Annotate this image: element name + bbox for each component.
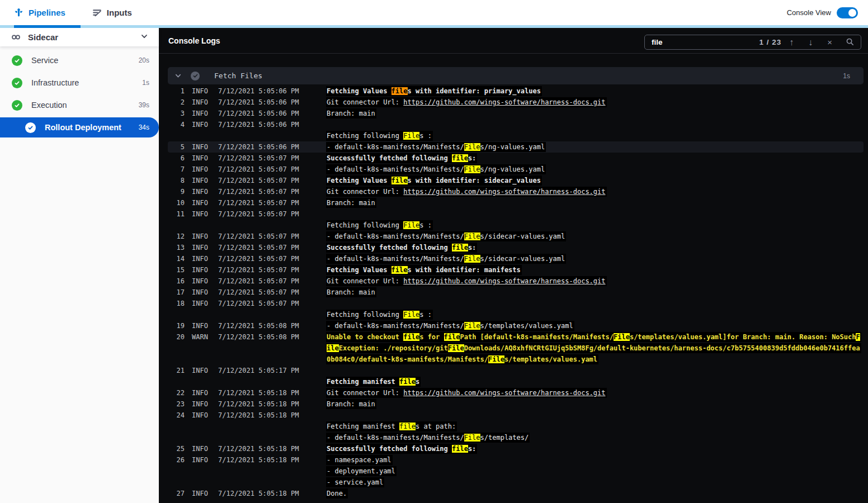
log-message: - default-k8s-manifests/Manifests/Files/… [326, 232, 566, 240]
next-match-icon[interactable]: ↓ [808, 38, 813, 47]
log-lines: 1INFO7/12/2021 5:05:06 PMFetching Values… [168, 86, 864, 499]
log-row: 22INFO7/12/2021 5:05:18 PMGit connector … [168, 387, 864, 398]
log-timestamp: 7/12/2021 5:05:08 PM [218, 322, 302, 330]
log-line-number: 8 [168, 177, 185, 184]
log-message: Successfully fetched following files: [326, 445, 477, 453]
log-row: 24INFO7/12/2021 5:05:18 PM [168, 410, 864, 421]
clear-search-icon[interactable]: × [827, 38, 832, 46]
sidebar-item-execution[interactable]: Execution39s [0, 94, 159, 116]
search-match-highlight: File [403, 311, 419, 319]
chevron-down-icon[interactable] [140, 32, 149, 43]
log-message: ileException: ./repository/gitFileDownlo… [326, 344, 861, 352]
log-message: Branch: main [326, 199, 376, 207]
log-text: Exception: ./repository/git [339, 344, 448, 352]
section-success-icon [191, 72, 200, 80]
log-text: s: [468, 154, 476, 162]
tab-pipelines[interactable]: Pipelines [14, 8, 65, 17]
search-match-highlight: File [403, 221, 419, 229]
success-check-icon [12, 100, 22, 111]
tab-inputs[interactable]: Inputs [92, 8, 132, 17]
log-line-number: 16 [168, 277, 185, 285]
log-text: s: [468, 244, 476, 252]
log-text: s/sidecar-values.yaml [480, 255, 565, 263]
log-message: Git connector Url: https://github.com/wi… [326, 98, 607, 106]
log-message: - namespace.yaml [326, 456, 393, 464]
log-message: - service.yaml [326, 478, 384, 486]
search-input[interactable] [652, 38, 759, 46]
log-message: Fetching Values files with identifier: s… [326, 177, 542, 184]
log-timestamp: 7/12/2021 5:05:07 PM [218, 210, 302, 218]
log-row: 4INFO7/12/2021 5:05:06 PM [168, 119, 864, 130]
log-text: Fetching following [327, 311, 403, 319]
log-row: 19INFO7/12/2021 5:05:08 PM- default-k8s-… [168, 320, 864, 331]
log-row: 5INFO7/12/2021 5:05:06 PM- default-k8s-m… [168, 141, 864, 153]
success-check-icon [12, 55, 22, 66]
log-link[interactable]: https://github.com/wings-software/harnes… [403, 277, 605, 285]
log-text: s for [419, 333, 444, 341]
log-text: Branch: main [327, 400, 375, 408]
step-label: Infrastructure [31, 78, 142, 87]
sidebar-item-rollout-deployment[interactable]: Rollout Deployment34s [0, 117, 159, 137]
log-timestamp: 7/12/2021 5:05:07 PM [218, 244, 302, 252]
log-message: - default-k8s-manifests/Manifests/Files/… [326, 255, 566, 263]
previous-match-icon[interactable]: ↑ [789, 38, 794, 47]
log-row: ileException: ./repository/gitFileDownlo… [168, 343, 864, 354]
search-icon[interactable] [846, 37, 854, 48]
log-line-number: 12 [168, 232, 185, 240]
log-level: INFO [192, 143, 212, 151]
log-message: Fetching Values files with identifier: m… [326, 266, 522, 274]
log-line-number: 23 [168, 400, 185, 408]
log-timestamp: 7/12/2021 5:05:18 PM [218, 490, 302, 497]
log-row: 9INFO7/12/2021 5:05:07 PMGit connector U… [168, 186, 864, 197]
section-duration: 1s [843, 72, 850, 80]
log-text: s/templates/values.yaml [504, 355, 597, 363]
log-row: - default-k8s-manifests/Manifests/Files/… [168, 432, 864, 443]
step-duration: 20s [139, 56, 149, 64]
search-match-highlight: file [452, 445, 468, 453]
stage-header[interactable]: Sidecar [0, 28, 159, 46]
log-link[interactable]: https://github.com/wings-software/harnes… [403, 98, 605, 106]
log-message: - default-k8s-manifests/Manifests/Files/… [326, 165, 546, 173]
log-row: 12INFO7/12/2021 5:05:07 PM- default-k8s-… [168, 231, 864, 242]
log-text: Successfully fetched following [327, 244, 452, 252]
log-message: Fetching manifest files at path: [326, 423, 457, 430]
log-line-number: 20 [168, 333, 185, 341]
stage-title: Sidecar [28, 32, 140, 42]
search-match-highlight: file [391, 177, 408, 184]
log-section-fetch-files[interactable]: Fetch Files 1s [168, 67, 864, 84]
log-line-number: 1 [168, 87, 185, 95]
log-message: Git connector Url: https://github.com/wi… [326, 389, 607, 397]
active-tab-indicator [14, 25, 81, 28]
log-text: s/ng-values.yaml [480, 143, 545, 151]
search-match-highlight: File [448, 344, 464, 352]
log-line-number: 18 [168, 300, 185, 307]
log-row: 0b084c0/default-k8s-manifests/Manifests/… [168, 354, 864, 365]
section-collapse-chevron-icon[interactable] [174, 72, 182, 80]
log-row: 18INFO7/12/2021 5:05:07 PM [168, 298, 864, 309]
success-check-icon [25, 122, 36, 133]
log-text: Fetching manifest [327, 378, 399, 386]
log-level: INFO [192, 232, 212, 240]
log-line-number: 10 [168, 199, 185, 207]
log-link[interactable]: https://github.com/wings-software/harnes… [403, 188, 605, 196]
log-timestamp: 7/12/2021 5:05:07 PM [218, 288, 302, 296]
log-text: s/templates/values.yaml [480, 322, 573, 330]
console-view-toggle[interactable] [837, 7, 858, 18]
log-timestamp: 7/12/2021 5:05:07 PM [218, 277, 302, 285]
log-line-number: 27 [168, 490, 185, 497]
log-text: - default-k8s-manifests/Manifests/ [327, 322, 464, 330]
log-text: Unable to checkout [327, 333, 403, 341]
log-row: 25INFO7/12/2021 5:05:18 PMSuccessfully f… [168, 443, 864, 454]
log-text: - default-k8s-manifests/Manifests/ [327, 165, 464, 173]
log-line-number: 14 [168, 255, 185, 263]
log-timestamp: 7/12/2021 5:05:06 PM [218, 121, 302, 129]
search-match-highlight: File [464, 143, 480, 151]
log-row: 21INFO7/12/2021 5:05:17 PM [168, 365, 864, 376]
log-row: Fetching following Files : [168, 130, 864, 141]
sidebar-item-service[interactable]: Service20s [0, 49, 159, 72]
sidebar-item-infrastructure[interactable]: Infrastructure1s [0, 72, 159, 94]
log-link[interactable]: https://github.com/wings-software/harnes… [403, 389, 605, 397]
tab-inputs-label: Inputs [107, 8, 132, 17]
log-timestamp: 7/12/2021 5:05:18 PM [218, 411, 302, 419]
log-text: Fetching manifest [327, 423, 399, 430]
